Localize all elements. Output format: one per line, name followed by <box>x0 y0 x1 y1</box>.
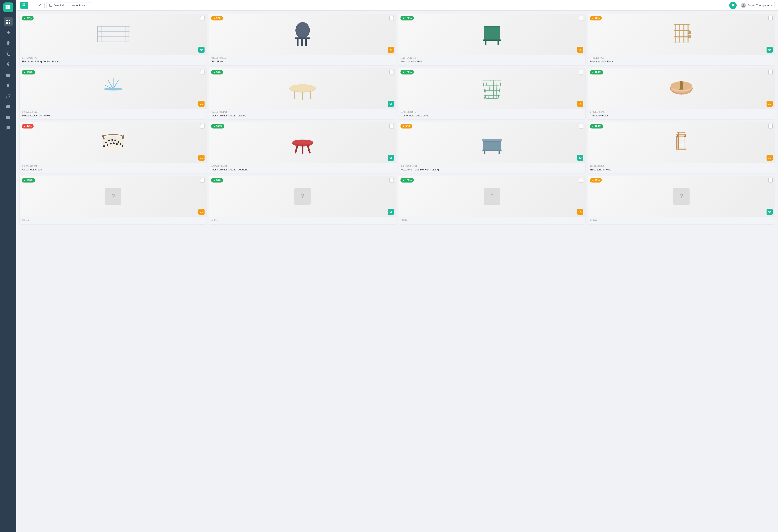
select-all-button[interactable]: Select all <box>46 2 67 8</box>
svg-rect-32 <box>101 26 101 42</box>
product-card[interactable]: 44% 8459763259874 Cesta Half Moon <box>20 122 207 174</box>
sidebar-item-tags[interactable] <box>4 28 13 37</box>
sidebar-item-image[interactable] <box>4 102 13 111</box>
card-action-icon[interactable] <box>767 155 773 161</box>
card-checkbox[interactable] <box>389 124 394 128</box>
card-checkbox[interactable] <box>389 70 394 75</box>
card-checkbox[interactable] <box>579 124 583 128</box>
sidebar-item-award[interactable] <box>4 81 13 90</box>
list-view-button[interactable] <box>28 2 36 9</box>
card-name: Taburete Fields <box>590 114 772 117</box>
card-checkbox[interactable] <box>768 178 773 182</box>
card-action-icon[interactable] <box>767 101 773 107</box>
card-info: 13648620147863 Macetero Plant Box Ferm L… <box>398 163 586 174</box>
sidebar-logo[interactable] <box>3 2 13 12</box>
actions-button[interactable]: Actions <box>69 2 91 8</box>
product-card[interactable]: 100% 6248513216945 Cesto metal Wire, ver… <box>398 68 586 119</box>
card-action-icon[interactable] <box>199 47 205 53</box>
user-name: Robert Thompson <box>748 4 769 7</box>
svg-rect-50 <box>580 51 580 51</box>
card-checkbox[interactable] <box>389 16 394 20</box>
sidebar-item-layers[interactable] <box>4 38 13 48</box>
card-image: 100% <box>588 68 775 109</box>
sidebar <box>0 0 16 532</box>
card-action-icon[interactable] <box>577 155 583 161</box>
card-action-icon[interactable] <box>577 47 583 53</box>
svg-rect-29 <box>97 41 130 42</box>
svg-text:?: ? <box>111 192 115 199</box>
card-action-icon[interactable] <box>199 101 205 107</box>
card-info: 6248513216945 Cesto metal Wire, verde <box>398 109 586 119</box>
product-card[interactable]: 98% ? p14sku <box>209 176 396 225</box>
card-action-icon[interactable] <box>577 209 583 215</box>
card-checkbox[interactable] <box>200 16 205 20</box>
svg-point-104 <box>107 144 108 146</box>
card-checkbox[interactable] <box>200 178 205 182</box>
sidebar-item-briefcase[interactable] <box>4 70 13 79</box>
product-card[interactable]: 89% 8714574602776 Estanteria String Pock… <box>20 14 207 66</box>
product-card[interactable]: 100% 3485123456748 Taburete Fields <box>588 68 775 119</box>
product-card[interactable]: 79% ? p16sku <box>588 176 775 225</box>
product-card[interactable]: 100% ? p13sku <box>20 176 207 225</box>
select-all-label: Select all <box>54 4 64 7</box>
card-action-icon[interactable] <box>199 155 205 161</box>
card-action-icon[interactable] <box>388 101 394 107</box>
grid-view-button[interactable] <box>20 2 28 9</box>
card-checkbox[interactable] <box>579 178 583 182</box>
score-badge: 100% <box>22 70 35 75</box>
edit-view-button[interactable] <box>36 2 45 9</box>
sidebar-item-location[interactable] <box>4 60 13 69</box>
card-action-icon[interactable] <box>199 209 205 215</box>
card-info: 8714574602776 Estanteria String Pocket, … <box>20 55 207 66</box>
card-checkbox[interactable] <box>200 124 205 128</box>
card-info: 746851264953 Mesa auxiliar Block <box>588 55 775 66</box>
card-image: 100% <box>588 122 775 163</box>
svg-rect-17 <box>24 5 25 6</box>
actions-label: Actions <box>76 4 85 7</box>
product-card[interactable]: 67% 9485364879253 Silla Form <box>209 14 396 66</box>
product-card[interactable]: 100% 8963457812456 Mesa auxiliar Box <box>398 14 586 66</box>
card-action-icon[interactable] <box>577 101 583 107</box>
user-menu[interactable]: Robert Thompson <box>739 2 775 9</box>
product-card[interactable]: 100% 52347124069685 Mesa auxiliar Around… <box>209 122 396 174</box>
product-card[interactable]: 100% 2310100968542 Estanteria Shelfie <box>588 122 775 174</box>
product-card[interactable]: 78% 746851264953 Mesa auxiliar Block <box>588 14 775 66</box>
card-checkbox[interactable] <box>389 178 394 182</box>
product-card[interactable]: 56% 13648620147863 Macetero Plant Box Fe… <box>398 122 586 174</box>
product-card[interactable]: 100% 84965123785693 Mesa auxiliar Come H… <box>20 68 207 119</box>
svg-rect-0 <box>6 5 8 7</box>
card-action-icon[interactable] <box>388 155 394 161</box>
card-checkbox[interactable] <box>579 70 583 75</box>
svg-rect-122 <box>482 150 501 151</box>
score-badge: 100% <box>22 178 35 182</box>
chat-button[interactable] <box>729 2 736 9</box>
card-image: 100% ? <box>398 176 586 217</box>
svg-point-75 <box>391 103 391 104</box>
sidebar-item-chat[interactable] <box>4 123 13 132</box>
product-card[interactable]: 100% ? p15sku <box>398 176 586 225</box>
svg-line-117 <box>308 146 310 153</box>
card-checkbox[interactable] <box>768 70 773 75</box>
svg-rect-148 <box>580 212 580 212</box>
svg-rect-15 <box>24 3 25 4</box>
sidebar-item-copy[interactable] <box>4 49 13 58</box>
main-area: Select all Actions <box>16 0 778 532</box>
svg-point-98 <box>105 142 107 143</box>
product-card[interactable]: 90% 65823978851420 Mesa auxiliar Around,… <box>209 68 396 119</box>
sidebar-item-grid[interactable] <box>4 17 13 26</box>
card-action-icon[interactable] <box>388 47 394 53</box>
card-action-icon[interactable] <box>388 209 394 215</box>
svg-line-64 <box>113 80 118 89</box>
card-checkbox[interactable] <box>768 16 773 20</box>
sidebar-item-folder[interactable] <box>4 113 13 122</box>
sidebar-item-link[interactable] <box>4 92 13 101</box>
card-checkbox[interactable] <box>200 70 205 75</box>
svg-rect-93 <box>770 104 770 104</box>
svg-rect-18 <box>31 4 33 4</box>
card-checkbox[interactable] <box>768 124 773 128</box>
card-action-icon[interactable] <box>767 209 773 215</box>
card-checkbox[interactable] <box>579 16 583 20</box>
score-badge: 100% <box>590 124 603 128</box>
card-action-icon[interactable] <box>767 47 773 53</box>
card-image: 67% <box>209 14 396 55</box>
